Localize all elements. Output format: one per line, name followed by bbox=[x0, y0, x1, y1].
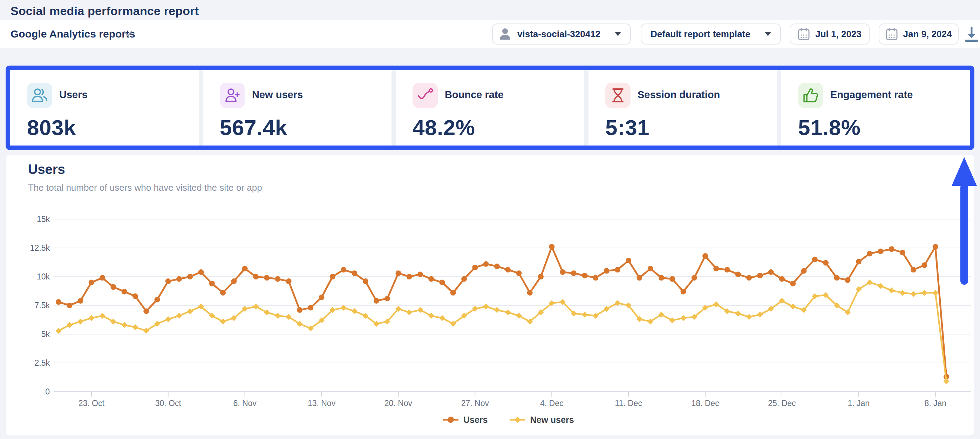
data-point[interactable] bbox=[483, 304, 489, 310]
data-point[interactable] bbox=[56, 328, 62, 334]
account-select[interactable]: vista-social-320412 bbox=[492, 24, 631, 45]
data-point[interactable] bbox=[790, 304, 796, 310]
data-point[interactable] bbox=[100, 275, 105, 281]
data-point[interactable] bbox=[746, 275, 752, 281]
data-point[interactable] bbox=[198, 269, 204, 275]
data-point[interactable] bbox=[790, 281, 795, 286]
data-point[interactable] bbox=[100, 313, 105, 319]
data-point[interactable] bbox=[78, 318, 83, 324]
data-point[interactable] bbox=[483, 261, 489, 267]
data-point[interactable] bbox=[899, 290, 905, 295]
data-point[interactable] bbox=[439, 315, 445, 321]
data-point[interactable] bbox=[636, 275, 642, 281]
data-point[interactable] bbox=[121, 322, 127, 328]
data-point[interactable] bbox=[395, 270, 401, 276]
data-point[interactable] bbox=[494, 307, 500, 313]
data-point[interactable] bbox=[275, 276, 280, 282]
data-point[interactable] bbox=[505, 309, 511, 315]
data-point[interactable] bbox=[911, 267, 916, 273]
data-point[interactable] bbox=[110, 318, 116, 324]
data-point[interactable] bbox=[757, 273, 763, 278]
data-point[interactable] bbox=[407, 274, 412, 279]
report-type-dropdown[interactable]: Google Analytics reports bbox=[11, 28, 135, 40]
data-point[interactable] bbox=[439, 279, 445, 285]
data-point[interactable] bbox=[89, 279, 94, 285]
data-point[interactable] bbox=[176, 313, 182, 319]
data-point[interactable] bbox=[713, 266, 719, 271]
legend-marker[interactable] bbox=[448, 417, 454, 423]
data-point[interactable] bbox=[900, 250, 905, 255]
data-point[interactable] bbox=[308, 305, 313, 311]
data-point[interactable] bbox=[67, 303, 72, 308]
data-point[interactable] bbox=[406, 309, 412, 315]
data-point[interactable] bbox=[746, 314, 752, 320]
data-point[interactable] bbox=[242, 266, 248, 271]
data-point[interactable] bbox=[374, 298, 379, 304]
data-point[interactable] bbox=[834, 275, 840, 281]
data-point[interactable] bbox=[582, 273, 587, 278]
data-point[interactable] bbox=[582, 312, 588, 318]
data-point[interactable] bbox=[768, 269, 774, 275]
data-point[interactable] bbox=[78, 298, 83, 304]
data-point[interactable] bbox=[110, 284, 116, 290]
data-point[interactable] bbox=[735, 271, 741, 277]
data-point[interactable] bbox=[845, 277, 851, 283]
data-point[interactable] bbox=[812, 257, 818, 262]
data-point[interactable] bbox=[735, 310, 741, 316]
legend-label[interactable]: New users bbox=[530, 415, 574, 425]
data-point[interactable] bbox=[757, 312, 763, 318]
data-point[interactable] bbox=[889, 246, 894, 252]
legend-marker[interactable] bbox=[514, 417, 521, 423]
data-point[interactable] bbox=[88, 315, 94, 321]
data-point[interactable] bbox=[450, 290, 456, 295]
kpi-card-users[interactable]: Users 803k bbox=[10, 70, 199, 145]
data-point[interactable] bbox=[143, 308, 149, 314]
data-point[interactable] bbox=[275, 313, 281, 319]
data-point[interactable] bbox=[132, 324, 138, 330]
data-point[interactable] bbox=[867, 251, 872, 256]
users-line-chart[interactable]: 02.5k5k7.5k10k12.5k15k23. Oct30. Oct6. N… bbox=[6, 155, 974, 436]
data-point[interactable] bbox=[253, 304, 259, 310]
data-point[interactable] bbox=[165, 316, 171, 322]
data-point[interactable] bbox=[187, 308, 193, 314]
data-point[interactable] bbox=[220, 290, 226, 295]
data-point[interactable] bbox=[779, 276, 785, 282]
data-point[interactable] bbox=[823, 260, 829, 266]
data-point[interactable] bbox=[67, 322, 73, 328]
data-point[interactable] bbox=[516, 270, 522, 276]
data-point[interactable] bbox=[297, 307, 302, 313]
data-point[interactable] bbox=[921, 262, 927, 268]
date-to-picker[interactable]: Jan 9, 2024 bbox=[879, 24, 959, 45]
data-point[interactable] bbox=[461, 276, 467, 282]
data-point[interactable] bbox=[878, 249, 883, 254]
data-point[interactable] bbox=[560, 269, 565, 275]
data-point[interactable] bbox=[670, 317, 675, 323]
data-point[interactable] bbox=[702, 253, 708, 259]
data-point[interactable] bbox=[878, 283, 884, 289]
kpi-card-bounce-rate[interactable]: Bounce rate 48.2% bbox=[396, 70, 584, 145]
data-point[interactable] bbox=[154, 297, 160, 303]
data-point[interactable] bbox=[670, 276, 675, 282]
data-point[interactable] bbox=[626, 258, 631, 263]
data-point[interactable] bbox=[417, 271, 423, 277]
data-point[interactable] bbox=[933, 244, 938, 250]
data-point[interactable] bbox=[363, 278, 368, 284]
data-point[interactable] bbox=[724, 267, 730, 273]
data-point[interactable] bbox=[341, 267, 346, 273]
data-point[interactable] bbox=[680, 289, 686, 295]
data-point[interactable] bbox=[538, 274, 544, 279]
data-point[interactable] bbox=[516, 313, 522, 319]
data-point[interactable] bbox=[494, 263, 500, 269]
data-point[interactable] bbox=[176, 276, 182, 282]
data-point[interactable] bbox=[549, 244, 555, 250]
data-point[interactable] bbox=[659, 275, 664, 281]
data-point[interactable] bbox=[264, 309, 270, 315]
kpi-card-session-duration[interactable]: Session duration 5:31 bbox=[589, 70, 777, 145]
data-point[interactable] bbox=[571, 270, 577, 276]
data-point[interactable] bbox=[889, 287, 894, 294]
template-select[interactable]: Default report template bbox=[641, 24, 781, 45]
data-point[interactable] bbox=[264, 275, 269, 281]
data-point[interactable] bbox=[319, 295, 325, 300]
kpi-card-engagement-rate[interactable]: Engagement rate 51.8% bbox=[781, 70, 970, 145]
data-point[interactable] bbox=[692, 275, 697, 281]
